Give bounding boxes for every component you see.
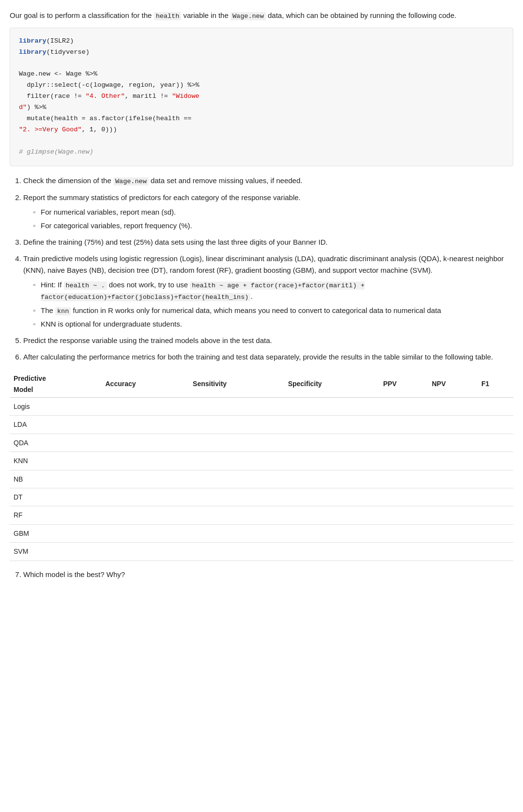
task-4: Train predictive models using logistic r… — [23, 253, 513, 330]
table-row: QDA — [10, 434, 513, 452]
table-row: NB — [10, 470, 513, 488]
task-7: Which model is the best? Why? — [23, 569, 513, 580]
task-1: Check the dimension of the Wage.new data… — [23, 175, 513, 187]
task-7-text: Which model is the best? Why? — [23, 570, 125, 578]
task-2-sub-1: For numerical variables, report mean (sd… — [41, 206, 513, 218]
col-accuracy: Accuracy — [101, 371, 189, 397]
table-row: DT — [10, 488, 513, 506]
col-specificity: Specificity — [284, 371, 380, 397]
wage-new-var: Wage.new — [231, 12, 266, 20]
task-1-code: Wage.new — [113, 177, 149, 186]
model-qda: QDA — [10, 434, 101, 452]
table-row: RF — [10, 506, 513, 524]
col-sensitivity: Sensitivity — [189, 371, 284, 397]
col-f1: F1 — [477, 371, 513, 397]
task-list: Check the dimension of the Wage.new data… — [10, 175, 513, 363]
task-4-text: Train predictive models using logistic r… — [23, 254, 504, 274]
task-6: After calculating the performance metric… — [23, 351, 513, 363]
model-dt: DT — [10, 488, 101, 506]
model-lda: LDA — [10, 416, 101, 434]
table-row: Logis — [10, 398, 513, 416]
task-4-subitems: Hint: If health ~ . does not work, try t… — [23, 279, 513, 330]
task-5-text: Predict the response variable using the … — [23, 336, 272, 344]
task-5: Predict the response variable using the … — [23, 335, 513, 346]
task-2-subitems: For numerical variables, report mean (sd… — [23, 206, 513, 232]
task-3: Define the training (75%) and test (25%)… — [23, 236, 513, 248]
model-nb: NB — [10, 470, 101, 488]
code-block: library(ISLR2) library(tidyverse) Wage.n… — [10, 28, 513, 166]
task-4-hint: Hint: If health ~ . does not work, try t… — [41, 279, 513, 303]
model-logis: Logis — [10, 398, 101, 416]
results-table: PredictiveModel Accuracy Sensitivity Spe… — [10, 371, 513, 561]
health-var: health — [154, 12, 182, 20]
col-npv: NPV — [428, 371, 477, 397]
table-row: LDA — [10, 416, 513, 434]
task-2-text: Report the summary statistics of predict… — [23, 193, 301, 202]
intro-paragraph: Our goal is to perform a classification … — [10, 10, 513, 22]
col-model: PredictiveModel — [10, 371, 101, 397]
model-rf: RF — [10, 506, 101, 524]
col-ppv: PPV — [379, 371, 428, 397]
task-6-text: After calculating the performance metric… — [23, 353, 493, 361]
task-2-sub-2: For categorical variables, report freque… — [41, 220, 513, 232]
table-row: KNN — [10, 452, 513, 470]
task-2: Report the summary statistics of predict… — [23, 192, 513, 232]
task-4-knn: The knn function in R works only for num… — [41, 305, 513, 317]
question-7-list: Which model is the best? Why? — [10, 569, 513, 580]
task-1-text: Check the dimension of the Wage.new data… — [23, 176, 302, 185]
knn-code: knn — [55, 307, 71, 315]
model-svm: SVM — [10, 543, 101, 561]
model-gbm: GBM — [10, 524, 101, 542]
results-table-section: PredictiveModel Accuracy Sensitivity Spe… — [10, 371, 513, 561]
table-row: GBM — [10, 524, 513, 542]
hint-code-1: health ~ . — [64, 281, 107, 290]
table-row: SVM — [10, 543, 513, 561]
model-knn: KNN — [10, 452, 101, 470]
task-4-knn-optional: KNN is optional for undergraduate studen… — [41, 318, 513, 330]
task-3-text: Define the training (75%) and test (25%)… — [23, 238, 328, 246]
